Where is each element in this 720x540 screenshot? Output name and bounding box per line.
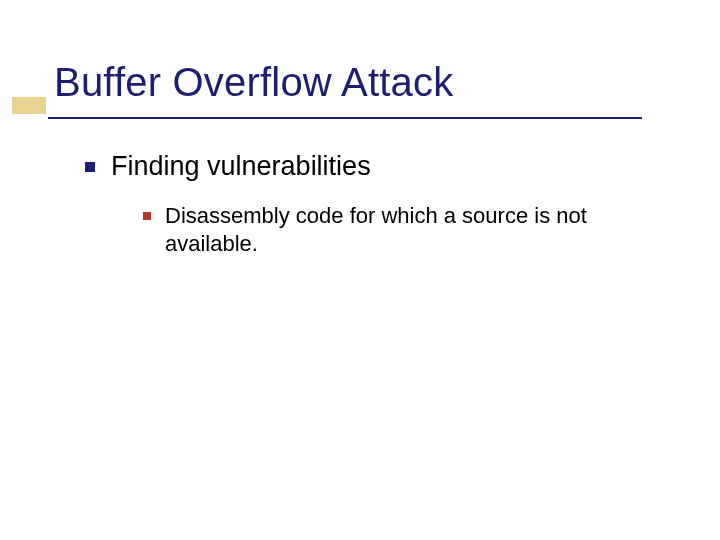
list-item-text: Finding vulnerabilities [111,150,371,184]
square-bullet-icon [143,212,151,220]
square-bullet-icon [85,162,95,172]
title-underline [48,117,642,119]
list-item: Disassembly code for which a source is n… [143,202,660,259]
slide-title: Buffer Overflow Attack [54,60,453,105]
list-item: Finding vulnerabilities [85,150,660,184]
accent-bar [12,97,46,114]
list-item-text: Disassembly code for which a source is n… [165,202,645,259]
slide: Buffer Overflow Attack Finding vulnerabi… [0,0,720,540]
slide-body: Finding vulnerabilities Disassembly code… [85,150,660,259]
